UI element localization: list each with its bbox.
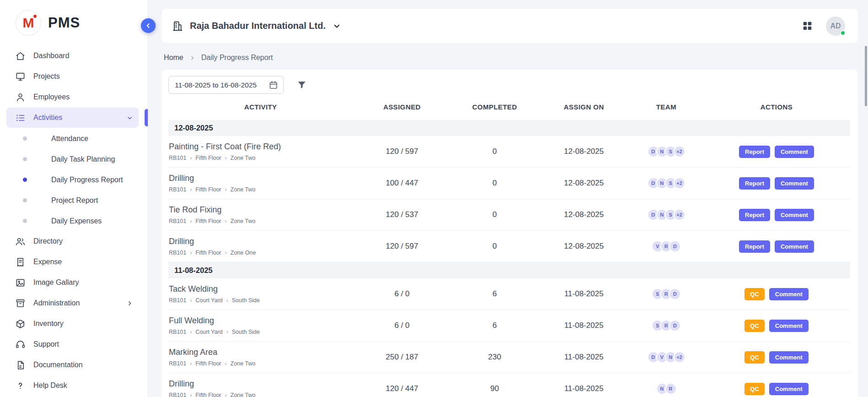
activity-location-path: RB101›Fifth Floor›Zone Two (169, 218, 348, 224)
user-avatar[interactable]: AD (826, 16, 845, 36)
report-button[interactable]: Report (739, 177, 770, 190)
sidebar-subitem-attendance[interactable]: Attendance (6, 128, 139, 149)
activity-cell: DrillingRB101›Fifth Floor›Zone One (168, 237, 353, 256)
sidebar-item-activities[interactable]: Activities (6, 108, 139, 128)
sidebar-item-label: Support (33, 340, 59, 348)
path-segment: South Side (232, 297, 260, 304)
team-member-badge[interactable]: R (665, 383, 677, 395)
qc-button[interactable]: QC (744, 320, 765, 332)
actions-cell: ReportComment (703, 146, 850, 158)
activity-name: Drilling (169, 237, 348, 246)
activity-name: Tack Welding (169, 284, 348, 294)
sidebar-item-expense[interactable]: Expense (6, 252, 139, 272)
table-row: Full WeldingRB101›Court Yard›South Side6… (168, 310, 850, 342)
sidebar-subitem-daily-expenses[interactable]: Daily Expenses (6, 211, 139, 231)
breadcrumb-home[interactable]: Home (164, 54, 183, 62)
chevron-right-icon: › (190, 298, 192, 303)
sidebar-item-directory[interactable]: Directory (6, 231, 139, 251)
comment-button[interactable]: Comment (775, 209, 814, 221)
sidebar-item-administration[interactable]: Administration (6, 293, 139, 313)
team-member-badge[interactable]: D (669, 320, 681, 332)
directory-icon (15, 236, 26, 247)
logo-letter: M (23, 15, 34, 31)
sidebar-subitem-label: Project Report (51, 196, 98, 205)
qc-button[interactable]: QC (744, 288, 765, 300)
team-cell: SRD (630, 288, 703, 300)
header-actions: AD (802, 16, 845, 36)
qc-button[interactable]: QC (744, 351, 765, 364)
sidebar-item-label: Activities (33, 114, 62, 122)
building-icon (172, 20, 183, 32)
dashboard-icon (15, 50, 26, 61)
chevron-right-icon (189, 55, 195, 61)
date-range-input[interactable] (175, 81, 264, 89)
company-selector[interactable]: Raja Bahadur International Ltd. (172, 20, 341, 32)
comment-button[interactable]: Comment (775, 240, 814, 253)
actions-cell: ReportComment (703, 209, 850, 221)
path-segment: Zone Two (231, 218, 256, 224)
path-segment: South Side (232, 329, 260, 335)
team-overflow-badge[interactable]: +2 (674, 177, 685, 189)
sidebar-item-label: Expense (33, 258, 62, 266)
bullet-icon (23, 157, 27, 161)
activity-name: Tie Rod Fixing (169, 205, 348, 215)
sidebar-item-image-gallary[interactable]: Image Gallary (6, 272, 139, 293)
sidebar-item-inventory[interactable]: Inventory (6, 314, 139, 334)
report-button[interactable]: Report (739, 146, 770, 158)
sidebar-collapse-button[interactable] (141, 18, 156, 33)
comment-button[interactable]: Comment (775, 177, 814, 190)
scrollbar-thumb[interactable] (865, 46, 867, 106)
calendar-icon (269, 80, 278, 90)
report-button[interactable]: Report (739, 240, 770, 253)
apps-grid-button[interactable] (802, 20, 813, 32)
team-cell: SRD (630, 320, 703, 332)
qc-button[interactable]: QC (744, 383, 765, 395)
bullet-icon (23, 219, 27, 223)
team-overflow-badge[interactable]: +2 (674, 209, 685, 221)
sidebar-subitem-daily-task-planning[interactable]: Daily Task Planning (6, 149, 139, 169)
sidebar-item-documentation[interactable]: Documentation (6, 355, 139, 375)
sidebar-item-dashboard[interactable]: Dashboard (6, 46, 139, 66)
filter-button[interactable] (297, 80, 307, 90)
chevron-right-icon: › (190, 361, 192, 366)
comment-button[interactable]: Comment (769, 383, 809, 395)
activity-location-path: RB101›Fifth Floor›Zone Two (169, 392, 348, 397)
table-row: Painting - First Coat (Fire Red)RB101›Fi… (168, 136, 850, 168)
logo-text: PMS (48, 15, 80, 31)
path-segment: Fifth Floor (195, 360, 221, 367)
activity-cell: Painting - First Coat (Fire Red)RB101›Fi… (168, 142, 353, 161)
projects-icon (15, 71, 26, 82)
sidebar-item-label: Projects (33, 72, 60, 81)
team-overflow-badge[interactable]: +2 (674, 146, 685, 158)
assigned-cell: 120 / 537 (353, 210, 451, 219)
completed-cell: 0 (451, 210, 538, 219)
sidebar-item-support[interactable]: Support (6, 334, 139, 354)
path-segment: RB101 (169, 329, 186, 335)
date-range-picker[interactable] (168, 76, 284, 94)
team-member-badge[interactable]: D (669, 288, 681, 300)
completed-cell: 90 (451, 384, 538, 393)
activity-cell: Marking AreaRB101›Fifth Floor›Zone Two (168, 348, 353, 367)
report-button[interactable]: Report (739, 209, 770, 221)
comment-button[interactable]: Comment (769, 288, 809, 300)
sidebar-subitem-daily-progress-report[interactable]: Daily Progress Report (6, 169, 139, 190)
activities-submenu: AttendanceDaily Task PlanningDaily Progr… (6, 128, 139, 231)
sidebar-item-help-desk[interactable]: Help Desk (6, 375, 139, 396)
report-card: ACTIVITYASSIGNEDCOMPLETEDASSIGN ONTEAMAC… (162, 70, 858, 397)
expense-icon (15, 256, 26, 267)
team-member-badge[interactable]: D (669, 240, 681, 252)
sidebar-subitem-project-report[interactable]: Project Report (6, 190, 139, 211)
sidebar-item-projects[interactable]: Projects (6, 66, 139, 87)
team-overflow-badge[interactable]: +2 (674, 351, 685, 363)
activity-name: Full Welding (169, 316, 348, 326)
app-root: M PMS DashboardProjectsEmployeesActiviti… (0, 0, 868, 397)
sidebar-item-employees[interactable]: Employees (6, 87, 139, 107)
path-segment: Fifth Floor (195, 186, 221, 193)
chevron-right-icon: › (225, 218, 227, 224)
activity-cell: Full WeldingRB101›Court Yard›South Side (168, 316, 353, 335)
chevron-right-icon: › (225, 392, 227, 397)
path-segment: RB101 (169, 392, 186, 397)
comment-button[interactable]: Comment (769, 351, 809, 364)
comment-button[interactable]: Comment (775, 146, 814, 158)
comment-button[interactable]: Comment (769, 320, 809, 332)
